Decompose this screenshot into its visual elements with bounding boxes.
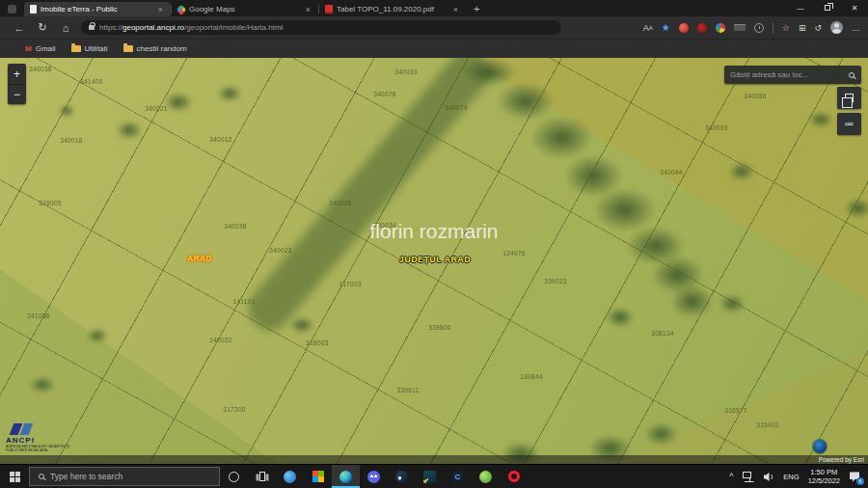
refresh-button[interactable]: ↻ (31, 21, 54, 34)
app-edge[interactable] (332, 465, 360, 488)
parcel-number-label: 315910 (756, 421, 779, 428)
map-search-input[interactable] (724, 70, 842, 79)
clock[interactable]: 1:50 PM 12/5/2022 (808, 468, 840, 486)
tab-title: Imobile eTerra - Public (41, 5, 152, 14)
app-utorrent[interactable] (472, 465, 500, 488)
app-teal-sail[interactable] (416, 465, 444, 488)
app-microsoft[interactable] (304, 465, 332, 488)
parcel-number-label: 141103 (232, 298, 255, 305)
extension-icon-red[interactable] (679, 23, 689, 33)
bookmark-folder-chestii[interactable]: chestii random (123, 44, 187, 53)
extension-icon-darkred[interactable] (697, 23, 707, 33)
read-aloud-icon[interactable]: AA (643, 23, 653, 33)
parcel-number-label: 339611 (396, 387, 419, 393)
browser-toolbar: ← ↻ ⌂ https://geoportal.ancpi.ro/geoport… (0, 16, 868, 39)
system-tray: ^ ENG 1:50 PM 12/5/2022 6 (729, 465, 868, 488)
window-controls: — ✕ (787, 0, 868, 15)
cortana-button[interactable] (220, 465, 248, 488)
tab-pdf[interactable]: Tabel TOPO_11.09.2020.pdf × (319, 2, 466, 16)
tab-google-maps[interactable]: Google Maps × (172, 2, 318, 16)
collections-icon[interactable]: ⊞ (799, 23, 806, 33)
clock-extension-icon[interactable] (754, 23, 764, 33)
maps-pin-icon (176, 4, 186, 14)
url-path: /geoportal/imobile/Harta.html (184, 23, 283, 32)
time: 1:50 PM (810, 468, 837, 476)
map-canvas[interactable]: 3400383414003400213400393400783400743400… (0, 58, 868, 464)
browser-window: Imobile eTerra - Public × Google Maps × … (0, 0, 868, 488)
close-tab-icon[interactable]: × (451, 5, 460, 14)
history-icon[interactable]: ↺ (814, 23, 822, 33)
parcel-number-label: 316577 (724, 407, 747, 414)
toolbar-icons: AA ★ ☆ ⊞ ↺ … (569, 21, 860, 34)
close-tab-icon[interactable]: × (304, 5, 312, 14)
ancpi-logo: ANCPI AGENȚIA NAȚIONALĂ DE CADASTRU ȘI P… (6, 423, 98, 452)
legend-button[interactable]: ≔ (837, 113, 861, 135)
parcel-number-label: 318003 (306, 339, 329, 346)
maximize-button[interactable] (814, 0, 841, 15)
parcel-number-label: 339806 (428, 324, 451, 331)
date: 12/5/2022 (808, 476, 840, 485)
parcel-number-label: 140022 (209, 337, 232, 343)
watermark: florin rozmarin (369, 220, 498, 243)
favorite-added-star-icon[interactable]: ★ (662, 22, 670, 33)
zoom-in-button[interactable]: + (8, 64, 26, 84)
app-steam[interactable] (388, 465, 416, 488)
utorrent-icon (479, 471, 492, 483)
bookmark-gmail[interactable]: M Gmail (25, 44, 56, 53)
app-blue-media[interactable] (276, 465, 304, 488)
parcel-number-label: 124076 (502, 250, 526, 257)
parcel-number-label: 341056 (27, 312, 50, 319)
toolbar-divider (773, 22, 773, 34)
basemap-gallery-button[interactable] (837, 87, 861, 109)
task-view-button[interactable] (248, 465, 276, 488)
bookmarks-bar: M Gmail Utilitati chestii random (0, 39, 868, 58)
language-indicator[interactable]: ENG (783, 473, 799, 481)
address-bar[interactable]: https://geoportal.ancpi.ro/geoportal/imo… (81, 20, 561, 35)
parcel-number-label: 340044 (660, 169, 683, 176)
legend-icon: ≔ (845, 119, 854, 129)
keyboard-extension-icon[interactable] (734, 24, 746, 31)
search-icon[interactable] (849, 72, 854, 78)
bookmark-folder-utilitati[interactable]: Utilitati (71, 44, 108, 53)
close-button[interactable]: ✕ (841, 0, 868, 15)
favorites-bar-icon[interactable]: ☆ (782, 23, 790, 33)
parcel-number-label: 139844 (520, 373, 543, 380)
parcel-number-label: 340021 (145, 105, 168, 112)
action-center-button[interactable]: 6 (849, 471, 860, 482)
tree-band (240, 58, 497, 339)
blue-app-icon (284, 471, 296, 483)
app-discord[interactable] (360, 465, 388, 488)
ancpi-subtitle: AGENȚIA NAȚIONALĂ DE CADASTRU ȘI PUBLICI… (6, 445, 91, 452)
new-tab-button[interactable]: + (474, 3, 479, 14)
parcel-number-label: 339023 (544, 278, 567, 285)
show-hidden-icons-chevron[interactable]: ^ (729, 472, 733, 481)
folder-icon (71, 45, 81, 52)
home-button[interactable]: ⌂ (54, 22, 77, 34)
parcel-number-label: 317003 (339, 281, 362, 287)
profile-avatar[interactable] (830, 21, 843, 34)
taskbar-search-input[interactable] (50, 472, 219, 481)
taskbar-search[interactable] (29, 467, 220, 486)
ancpi-flag-icon (12, 423, 98, 435)
network-icon[interactable] (742, 472, 754, 482)
opera-icon (508, 471, 520, 482)
extension-icon-multicolor[interactable] (716, 23, 725, 33)
more-menu-icon[interactable]: … (852, 23, 860, 33)
close-tab-icon[interactable]: × (156, 5, 165, 14)
location-dot[interactable] (813, 440, 827, 453)
app-c-letter[interactable]: C (444, 465, 472, 488)
start-button[interactable] (0, 465, 29, 488)
parcel-number-label: 340023 (269, 247, 292, 254)
taskbar: C ^ ENG 1:50 PM 12/5/2022 6 (0, 464, 868, 488)
zoom-control: + − (8, 64, 26, 104)
back-button[interactable]: ← (8, 22, 31, 34)
minimize-button[interactable]: — (787, 0, 814, 15)
search-icon (39, 474, 44, 479)
parcel-number-label: 340039 (394, 68, 418, 75)
speaker-icon[interactable] (763, 472, 774, 482)
zoom-out-button[interactable]: − (8, 84, 26, 104)
parcel-number-label: 341400 (80, 78, 103, 85)
window-menu-icon[interactable] (8, 5, 16, 14)
tab-imobile-eterra[interactable]: Imobile eTerra - Public × (24, 2, 171, 16)
app-opera[interactable] (500, 465, 528, 488)
